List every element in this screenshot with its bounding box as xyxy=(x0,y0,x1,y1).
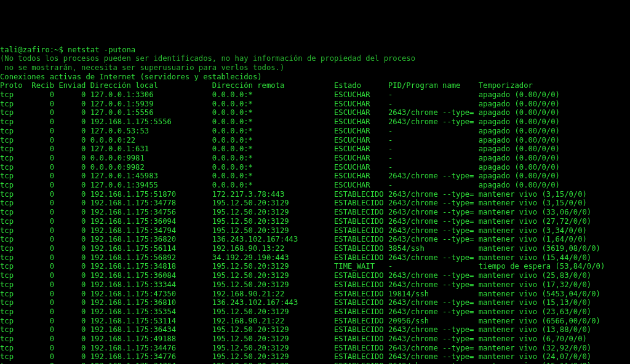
connection-row: tcp 0 0 192.168.1.175:34778 195.12.50.20… xyxy=(0,199,630,208)
connection-row: tcp 0 0 0.0.0.0:9982 0.0.0.0:* ESCUCHAR … xyxy=(0,163,630,172)
host: zafiro xyxy=(23,46,50,54)
connection-row: tcp 0 0 127.0.0.53:53 0.0.0.0:* ESCUCHAR… xyxy=(0,127,630,136)
command: netstat -putona xyxy=(68,46,135,54)
column-headers: Proto Recib Enviad Dirección local Direc… xyxy=(0,81,630,90)
connection-row: tcp 0 0 192.168.1.175:34756 195.12.50.20… xyxy=(0,208,630,217)
connection-row: tcp 0 0 127.0.0.1:5939 0.0.0.0:* ESCUCHA… xyxy=(0,100,630,109)
connection-row: tcp 0 0 192.168.1.175:33344 195.12.50.20… xyxy=(0,280,630,290)
at-sign: @ xyxy=(18,46,22,54)
dollar: $ xyxy=(58,46,68,54)
warning-line-2: no se mostrarán, necesita ser superusuar… xyxy=(0,63,630,73)
connection-row: tcp 0 0 192.168.1.175:36094 195.12.50.20… xyxy=(0,217,630,226)
user: tali xyxy=(0,46,18,54)
connection-row: tcp 0 0 192.168.1.175:56114 192.168.90.1… xyxy=(0,244,630,253)
connection-row: tcp 0 0 192.168.1.175:36810 136.243.102.… xyxy=(0,298,630,307)
connection-row: tcp 0 0 127.0.0.1:3306 0.0.0.0:* ESCUCHA… xyxy=(0,90,630,100)
connection-row: tcp 0 0 192.168.1.175:34818 195.12.50.20… xyxy=(0,262,630,271)
connection-row: tcp 0 0 127.0.0.1:45983 0.0.0.0:* ESCUCH… xyxy=(0,172,630,181)
connection-row: tcp 0 0 192.168.1.175:49188 195.12.50.20… xyxy=(0,334,630,344)
connection-row: tcp 0 0 127.0.0.1:5556 0.0.0.0:* ESCUCHA… xyxy=(0,108,630,117)
connection-row: tcp 0 0 192.168.1.175:36084 195.12.50.20… xyxy=(0,271,630,280)
connection-row: tcp 0 0 127.0.0.1:39455 0.0.0.0:* ESCUCH… xyxy=(0,181,630,190)
connection-row: tcp 0 0 0.0.0.0:22 0.0.0.0:* ESCUCHAR - … xyxy=(0,136,630,145)
connection-row: tcp 0 0 192.168.1.175:36434 195.12.50.20… xyxy=(0,325,630,334)
terminal-output: tali@zafiro:~$ netstat -putona(No todos … xyxy=(0,46,630,364)
prompt-line[interactable]: tali@zafiro:~$ netstat -putona xyxy=(0,46,630,55)
colon: : xyxy=(50,46,54,54)
connection-row: tcp 0 0 192.168.1.175:5556 0.0.0.0:* ESC… xyxy=(0,117,630,127)
connection-row: tcp 0 0 192.168.1.175:34794 195.12.50.20… xyxy=(0,226,630,235)
connection-row: tcp 0 0 192.168.1.175:34776 195.12.50.20… xyxy=(0,352,630,362)
connection-row: tcp 0 0 192.168.1.175:34764 195.12.50.20… xyxy=(0,362,630,364)
connection-row: tcp 0 0 192.168.1.175:47350 192.168.90.2… xyxy=(0,290,630,299)
connection-row: tcp 0 0 192.168.1.175:36820 136.243.102.… xyxy=(0,235,630,244)
warning-line-1: (No todos los procesos pueden ser identi… xyxy=(0,54,630,63)
section-title: Conexiones activas de Internet (servidor… xyxy=(0,73,630,82)
connection-row: tcp 0 0 192.168.1.175:56892 34.192.29.19… xyxy=(0,253,630,263)
connection-row: tcp 0 0 192.168.1.175:34476 195.12.50.20… xyxy=(0,344,630,353)
connection-row: tcp 0 0 192.168.1.175:53114 192.168.90.2… xyxy=(0,317,630,326)
connection-row: tcp 0 0 0.0.0.0:9981 0.0.0.0:* ESCUCHAR … xyxy=(0,154,630,163)
connection-row: tcp 0 0 192.168.1.175:51870 172.217.3.78… xyxy=(0,190,630,199)
connection-row: tcp 0 0 192.168.1.175:35354 195.12.50.20… xyxy=(0,307,630,317)
connection-row: tcp 0 0 127.0.0.1:631 0.0.0.0:* ESCUCHAR… xyxy=(0,144,630,154)
